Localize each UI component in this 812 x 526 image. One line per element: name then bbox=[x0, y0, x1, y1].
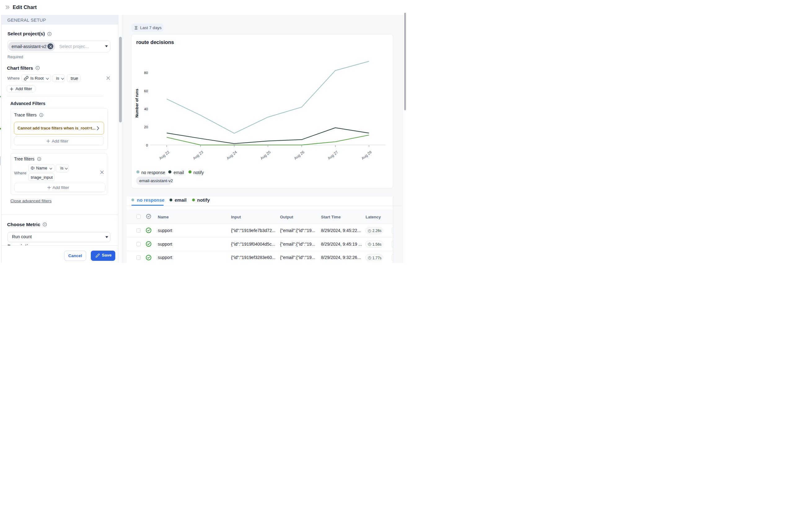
svg-text:20: 20 bbox=[144, 125, 148, 129]
svg-text:Number of runs: Number of runs bbox=[135, 89, 139, 117]
svg-text:Aug 22: Aug 22 bbox=[158, 150, 171, 161]
svg-text:Aug 25: Aug 25 bbox=[259, 150, 272, 161]
svg-text:Aug 23: Aug 23 bbox=[192, 150, 204, 161]
svg-text:Aug 28: Aug 28 bbox=[360, 150, 373, 161]
svg-text:Aug 27: Aug 27 bbox=[327, 150, 339, 161]
svg-text:Aug 24: Aug 24 bbox=[226, 150, 238, 161]
svg-text:80: 80 bbox=[144, 71, 148, 75]
svg-text:Aug 26: Aug 26 bbox=[293, 150, 305, 161]
svg-text:60: 60 bbox=[144, 89, 148, 93]
svg-text:40: 40 bbox=[144, 107, 148, 111]
svg-text:0: 0 bbox=[146, 143, 148, 147]
